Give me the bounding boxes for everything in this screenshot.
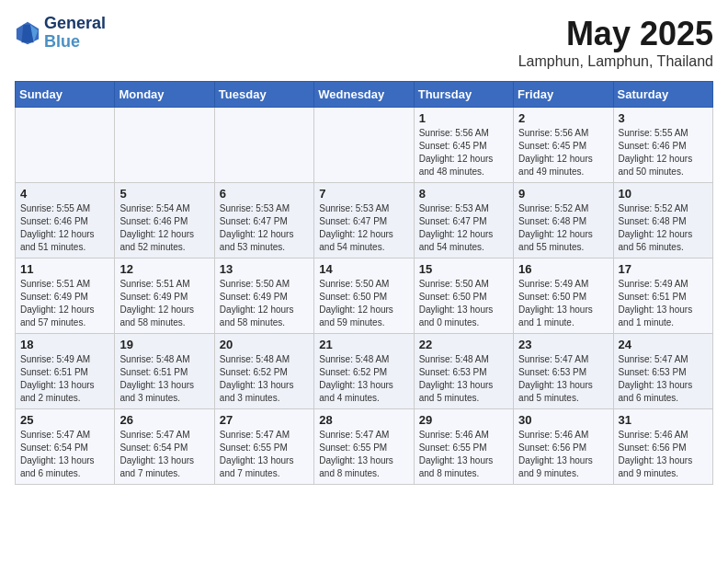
- cell-details: Sunrise: 5:52 AM Sunset: 6:48 PM Dayligh…: [619, 202, 708, 254]
- day-number: 5: [119, 187, 209, 201]
- cell-details: Sunrise: 5:48 AM Sunset: 6:52 PM Dayligh…: [220, 353, 309, 405]
- day-number: 28: [319, 413, 408, 427]
- cell-details: Sunrise: 5:56 AM Sunset: 6:45 PM Dayligh…: [518, 127, 608, 178]
- cell-details: Sunrise: 5:48 AM Sunset: 6:51 PM Dayligh…: [119, 353, 209, 405]
- cell-details: Sunrise: 5:46 AM Sunset: 6:55 PM Dayligh…: [419, 429, 508, 480]
- cell-details: Sunrise: 5:47 AM Sunset: 6:55 PM Dayligh…: [319, 429, 408, 480]
- calendar-cell: 28Sunrise: 5:47 AM Sunset: 6:55 PM Dayli…: [314, 409, 414, 485]
- cell-details: Sunrise: 5:48 AM Sunset: 6:52 PM Dayligh…: [319, 353, 408, 405]
- cell-details: Sunrise: 5:55 AM Sunset: 6:46 PM Dayligh…: [20, 202, 109, 254]
- day-number: 20: [220, 338, 309, 351]
- cell-details: Sunrise: 5:51 AM Sunset: 6:49 PM Dayligh…: [20, 278, 109, 329]
- cell-details: Sunrise: 5:48 AM Sunset: 6:53 PM Dayligh…: [419, 353, 508, 405]
- calendar-cell: 11Sunrise: 5:51 AM Sunset: 6:49 PM Dayli…: [16, 259, 115, 334]
- cell-details: Sunrise: 5:50 AM Sunset: 6:49 PM Dayligh…: [220, 278, 309, 329]
- day-number: 21: [319, 338, 408, 351]
- cell-details: Sunrise: 5:50 AM Sunset: 6:50 PM Dayligh…: [319, 278, 408, 329]
- logo: General Blue: [15, 15, 106, 52]
- week-row-4: 18Sunrise: 5:49 AM Sunset: 6:51 PM Dayli…: [16, 334, 713, 409]
- day-number: 4: [20, 187, 109, 201]
- calendar-cell: 6Sunrise: 5:53 AM Sunset: 6:47 PM Daylig…: [214, 183, 313, 259]
- cell-details: Sunrise: 5:49 AM Sunset: 6:51 PM Dayligh…: [20, 353, 109, 405]
- calendar-cell: 24Sunrise: 5:47 AM Sunset: 6:53 PM Dayli…: [613, 334, 712, 409]
- day-number: 29: [419, 413, 508, 427]
- day-number: 30: [518, 413, 608, 427]
- day-number: 13: [220, 262, 309, 276]
- calendar-cell: 20Sunrise: 5:48 AM Sunset: 6:52 PM Dayli…: [214, 334, 313, 409]
- calendar-cell: 12Sunrise: 5:51 AM Sunset: 6:49 PM Dayli…: [115, 259, 214, 334]
- day-number: 3: [619, 111, 708, 125]
- location-title: Lamphun, Lamphun, Thailand: [518, 53, 713, 70]
- calendar-cell: 17Sunrise: 5:49 AM Sunset: 6:51 PM Dayli…: [613, 259, 712, 334]
- calendar-cell: 13Sunrise: 5:50 AM Sunset: 6:49 PM Dayli…: [214, 259, 313, 334]
- cell-details: Sunrise: 5:53 AM Sunset: 6:47 PM Dayligh…: [319, 202, 408, 254]
- day-number: 26: [119, 413, 209, 427]
- cell-details: Sunrise: 5:47 AM Sunset: 6:53 PM Dayligh…: [518, 353, 608, 405]
- day-number: 6: [220, 187, 309, 201]
- cell-details: Sunrise: 5:50 AM Sunset: 6:50 PM Dayligh…: [419, 278, 508, 329]
- logo-line1: General: [44, 15, 106, 33]
- title-area: May 2025 Lamphun, Lamphun, Thailand: [518, 15, 713, 70]
- week-row-1: 1Sunrise: 5:56 AM Sunset: 6:45 PM Daylig…: [16, 108, 713, 183]
- calendar-cell: 7Sunrise: 5:53 AM Sunset: 6:47 PM Daylig…: [314, 183, 414, 259]
- week-row-5: 25Sunrise: 5:47 AM Sunset: 6:54 PM Dayli…: [16, 409, 713, 485]
- calendar-cell: 26Sunrise: 5:47 AM Sunset: 6:54 PM Dayli…: [115, 409, 214, 485]
- day-number: 27: [220, 413, 309, 427]
- cell-details: Sunrise: 5:53 AM Sunset: 6:47 PM Dayligh…: [419, 202, 508, 254]
- cell-details: Sunrise: 5:55 AM Sunset: 6:46 PM Dayligh…: [619, 127, 708, 178]
- week-row-3: 11Sunrise: 5:51 AM Sunset: 6:49 PM Dayli…: [16, 259, 713, 334]
- cell-details: Sunrise: 5:51 AM Sunset: 6:49 PM Dayligh…: [119, 278, 209, 329]
- day-number: 10: [619, 187, 708, 201]
- calendar-cell: 3Sunrise: 5:55 AM Sunset: 6:46 PM Daylig…: [613, 108, 712, 183]
- calendar-cell: 15Sunrise: 5:50 AM Sunset: 6:50 PM Dayli…: [414, 259, 513, 334]
- day-number: 14: [319, 262, 408, 276]
- calendar-cell: 27Sunrise: 5:47 AM Sunset: 6:55 PM Dayli…: [214, 409, 313, 485]
- calendar-cell: 31Sunrise: 5:46 AM Sunset: 6:56 PM Dayli…: [613, 409, 712, 485]
- calendar-cell: 14Sunrise: 5:50 AM Sunset: 6:50 PM Dayli…: [314, 259, 414, 334]
- calendar-cell: 21Sunrise: 5:48 AM Sunset: 6:52 PM Dayli…: [314, 334, 414, 409]
- day-number: 16: [518, 262, 608, 276]
- calendar-cell: 23Sunrise: 5:47 AM Sunset: 6:53 PM Dayli…: [514, 334, 613, 409]
- day-headers-row: SundayMondayTuesdayWednesdayThursdayFrid…: [16, 82, 713, 108]
- calendar-table: SundayMondayTuesdayWednesdayThursdayFrid…: [15, 81, 713, 485]
- cell-details: Sunrise: 5:54 AM Sunset: 6:46 PM Dayligh…: [119, 202, 209, 254]
- cell-details: Sunrise: 5:47 AM Sunset: 6:54 PM Dayligh…: [20, 429, 109, 480]
- calendar-cell: 5Sunrise: 5:54 AM Sunset: 6:46 PM Daylig…: [115, 183, 214, 259]
- day-number: 7: [319, 187, 408, 201]
- calendar-cell: 30Sunrise: 5:46 AM Sunset: 6:56 PM Dayli…: [514, 409, 613, 485]
- calendar-cell: 16Sunrise: 5:49 AM Sunset: 6:50 PM Dayli…: [514, 259, 613, 334]
- day-number: 31: [619, 413, 708, 427]
- cell-details: Sunrise: 5:46 AM Sunset: 6:56 PM Dayligh…: [518, 429, 608, 480]
- day-header-thursday: Thursday: [414, 82, 513, 108]
- day-number: 25: [20, 413, 109, 427]
- calendar-cell: [214, 108, 313, 183]
- day-number: 11: [20, 262, 109, 276]
- day-header-friday: Friday: [514, 82, 613, 108]
- logo-icon: [15, 20, 40, 46]
- cell-details: Sunrise: 5:49 AM Sunset: 6:50 PM Dayligh…: [518, 278, 608, 329]
- day-header-tuesday: Tuesday: [214, 82, 313, 108]
- calendar-cell: 19Sunrise: 5:48 AM Sunset: 6:51 PM Dayli…: [115, 334, 214, 409]
- cell-details: Sunrise: 5:56 AM Sunset: 6:45 PM Dayligh…: [419, 127, 508, 178]
- month-title: May 2025: [518, 15, 713, 53]
- calendar-cell: 22Sunrise: 5:48 AM Sunset: 6:53 PM Dayli…: [414, 334, 513, 409]
- logo-line2: Blue: [44, 33, 106, 52]
- day-number: 8: [419, 187, 508, 201]
- cell-details: Sunrise: 5:47 AM Sunset: 6:54 PM Dayligh…: [119, 429, 209, 480]
- calendar-cell: 29Sunrise: 5:46 AM Sunset: 6:55 PM Dayli…: [414, 409, 513, 485]
- day-number: 15: [419, 262, 508, 276]
- day-header-monday: Monday: [115, 82, 214, 108]
- calendar-cell: [16, 108, 115, 183]
- cell-details: Sunrise: 5:52 AM Sunset: 6:48 PM Dayligh…: [518, 202, 608, 254]
- day-number: 1: [419, 111, 508, 125]
- calendar-cell: [314, 108, 414, 183]
- day-number: 22: [419, 338, 508, 351]
- day-number: 19: [119, 338, 209, 351]
- calendar-cell: 2Sunrise: 5:56 AM Sunset: 6:45 PM Daylig…: [514, 108, 613, 183]
- day-header-wednesday: Wednesday: [314, 82, 414, 108]
- day-number: 9: [518, 187, 608, 201]
- cell-details: Sunrise: 5:47 AM Sunset: 6:53 PM Dayligh…: [619, 353, 708, 405]
- calendar-cell: 1Sunrise: 5:56 AM Sunset: 6:45 PM Daylig…: [414, 108, 513, 183]
- day-number: 2: [518, 111, 608, 125]
- calendar-cell: 10Sunrise: 5:52 AM Sunset: 6:48 PM Dayli…: [613, 183, 712, 259]
